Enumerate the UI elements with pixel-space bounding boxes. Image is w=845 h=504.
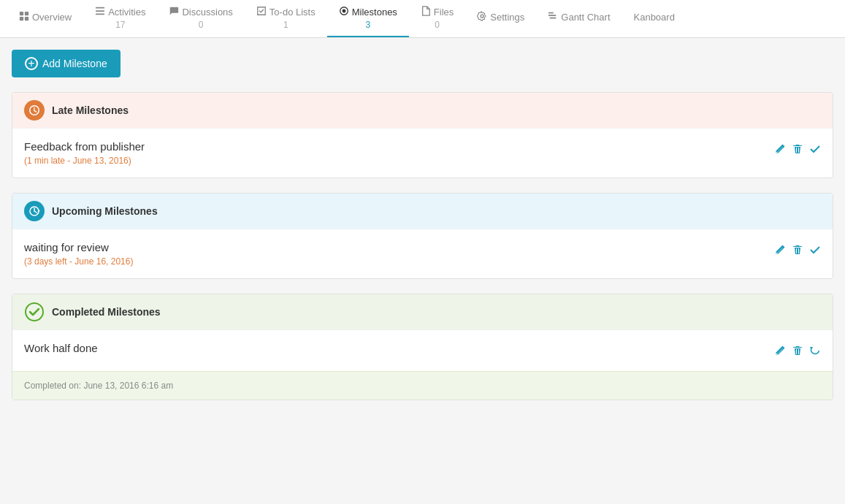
delete-icon[interactable] (792, 244, 803, 259)
svg-rect-6 (96, 14, 104, 15)
nav-overview[interactable]: Overview (7, 0, 83, 37)
upcoming-milestones-header: Upcoming Milestones (12, 194, 833, 229)
edit-icon[interactable] (774, 345, 786, 359)
milestone-info: Feedback from publisher (1 min late - Ju… (24, 140, 145, 166)
nav-files[interactable]: Files 0 (409, 0, 465, 37)
upcoming-milestones-section: Upcoming Milestones waiting for review (… (12, 193, 833, 279)
delete-icon[interactable] (792, 345, 803, 359)
complete-icon[interactable] (809, 244, 821, 259)
svg-rect-5 (96, 10, 104, 12)
svg-rect-1 (25, 12, 28, 15)
nav-milestones[interactable]: Milestones 3 (327, 0, 409, 37)
svg-rect-9 (548, 12, 554, 14)
nav-activities[interactable]: Activities 17 (83, 0, 157, 37)
todo-icon (256, 6, 267, 18)
milestone-info: waiting for review (3 days left - June 1… (24, 241, 133, 267)
reopen-icon[interactable] (809, 345, 821, 359)
svg-point-14 (26, 303, 43, 321)
milestone-info: Work half done (24, 342, 98, 357)
table-row: waiting for review (3 days left - June 1… (12, 229, 833, 278)
completed-icon (24, 302, 45, 322)
svg-point-8 (343, 9, 345, 12)
svg-rect-11 (550, 18, 557, 19)
edit-icon[interactable] (774, 244, 786, 259)
late-milestones-section: Late Milestones Feedback from publisher … (12, 92, 833, 178)
upcoming-icon (24, 201, 45, 221)
plus-icon: + (25, 57, 38, 70)
discussions-icon (169, 6, 179, 18)
svg-rect-2 (20, 17, 23, 20)
nav-discussions[interactable]: Discussions 0 (157, 0, 244, 37)
completed-milestones-section: Completed Milestones Work half done (12, 294, 833, 400)
top-navigation: Overview Activities 17 Discussions 0 To-… (0, 0, 845, 38)
milestones-icon (339, 6, 349, 18)
delete-icon[interactable] (792, 143, 803, 158)
svg-rect-10 (548, 15, 557, 16)
milestone-actions (774, 244, 821, 259)
svg-rect-0 (20, 12, 23, 15)
table-row: Feedback from publisher (1 min late - Ju… (12, 128, 833, 177)
gantt-icon (548, 11, 558, 23)
nav-settings[interactable]: Settings (465, 0, 536, 37)
late-milestones-header: Late Milestones (12, 93, 833, 128)
nav-gantt[interactable]: Gantt Chart (536, 0, 622, 37)
settings-icon (477, 11, 487, 23)
late-icon (24, 100, 45, 121)
milestone-actions (774, 345, 821, 359)
svg-rect-3 (25, 17, 28, 20)
svg-rect-4 (96, 7, 104, 9)
table-row: Work half done (12, 329, 833, 371)
svg-marker-13 (37, 210, 40, 213)
completed-footer: Completed on: June 13, 2016 6:16 am (12, 371, 833, 400)
nav-kanboard[interactable]: Kanboard (622, 0, 687, 37)
complete-icon[interactable] (809, 143, 821, 158)
milestone-actions (774, 143, 821, 158)
activities-icon (95, 6, 105, 18)
files-icon (421, 6, 431, 18)
main-content: + Add Milestone Late Milestones Feedback… (0, 38, 845, 427)
add-milestone-button[interactable]: + Add Milestone (12, 50, 121, 77)
nav-todo-lists[interactable]: To-do Lists 1 (245, 0, 327, 37)
overview-icon (19, 11, 29, 23)
edit-icon[interactable] (774, 143, 786, 158)
svg-marker-15 (810, 347, 813, 350)
completed-milestones-header: Completed Milestones (12, 294, 833, 329)
